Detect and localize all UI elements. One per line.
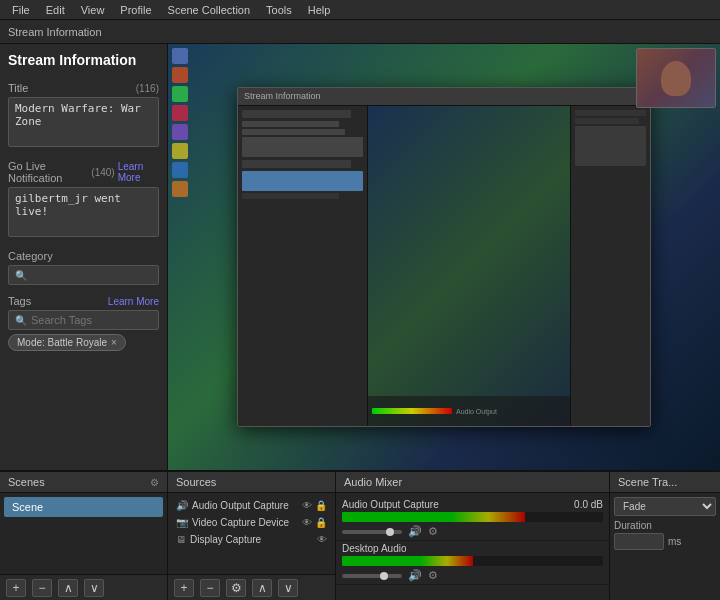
sources-panel-footer: + − ⚙ ∧ ∨ <box>168 574 335 600</box>
title-field-container: Title (116) Modern Warfare: War Zone <box>8 82 159 150</box>
audio-bar-desktop-container <box>342 556 603 566</box>
go-live-field-container: Go Live Notification (140) Learn More gi… <box>8 160 159 240</box>
toolbar: Stream Information <box>0 20 720 44</box>
tags-search-input[interactable] <box>31 314 152 326</box>
category-search-icon: 🔍 <box>15 270 27 281</box>
scenes-add-button[interactable]: + <box>6 579 26 597</box>
audio-vol-thumb-output <box>386 528 394 536</box>
title-input[interactable]: Modern Warfare: War Zone <box>8 97 159 147</box>
audio-vol-slider-desktop[interactable] <box>342 574 402 578</box>
sources-panel: Sources 🔊 Audio Output Capture 👁 🔒 📷 Vid… <box>168 472 336 600</box>
toolbar-title: Stream Information <box>8 26 102 38</box>
source-eye-icon[interactable]: 👁 <box>302 500 312 511</box>
source-lock-icon[interactable]: 🔒 <box>315 500 327 511</box>
audio-mute-icon-output[interactable]: 🔊 <box>408 525 422 538</box>
scenes-up-button[interactable]: ∧ <box>58 579 78 597</box>
scene-item-scene[interactable]: Scene <box>4 497 163 517</box>
nested-title: Stream Information <box>244 91 321 101</box>
preview-canvas: Stream Information <box>168 44 720 470</box>
source-display-icon: 🖥 <box>176 534 186 545</box>
nested-right-panel <box>570 106 650 427</box>
menu-file[interactable]: File <box>4 0 38 19</box>
nested-titlebar: Stream Information <box>238 88 650 106</box>
nested-left-panel <box>238 106 368 427</box>
audio-mixer-header: Audio Mixer <box>336 472 609 493</box>
audio-bar-desktop <box>342 556 473 566</box>
scenes-remove-button[interactable]: − <box>32 579 52 597</box>
source-audio-icon: 🔊 <box>176 500 188 511</box>
menu-tools[interactable]: Tools <box>258 0 300 19</box>
trans-duration-input[interactable]: 30 <box>614 533 664 550</box>
nested-inner: Audio Output <box>238 106 650 427</box>
sources-up-button[interactable]: ∧ <box>252 579 272 597</box>
source-video-label: Video Capture Device <box>192 517 289 528</box>
source-display-eye-icon[interactable]: 👁 <box>317 534 327 545</box>
menu-scene-collection[interactable]: Scene Collection <box>160 0 259 19</box>
category-input[interactable]: Call of Duty: Moder <box>31 269 152 281</box>
tags-field-container: Tags Learn More 🔍 Mode: Battle Royale × <box>8 295 159 351</box>
tags-search-icon: 🔍 <box>15 315 27 326</box>
menu-help[interactable]: Help <box>300 0 339 19</box>
scenes-panel-title: Scenes <box>8 476 45 488</box>
scene-trans-type-select[interactable]: Fade <box>614 497 716 516</box>
scenes-panel-footer: + − ∧ ∨ <box>0 574 167 600</box>
source-video-eye-icon[interactable]: 👁 <box>302 517 312 528</box>
audio-settings-icon-desktop[interactable]: ⚙ <box>428 569 438 582</box>
preview-content: Stream Information <box>168 44 720 470</box>
menu-profile[interactable]: Profile <box>112 0 159 19</box>
sources-panel-header: Sources <box>168 472 335 493</box>
audio-track-output-db: 0.0 dB <box>568 499 603 510</box>
audio-track-output-name: Audio Output Capture <box>342 499 462 510</box>
source-item-audio-output[interactable]: 🔊 Audio Output Capture 👁 🔒 <box>172 497 331 514</box>
stream-info-panel: Stream Information Title (116) Modern Wa… <box>0 44 168 470</box>
audio-mixer-panel: Audio Mixer Audio Output Capture 0.0 dB <box>336 472 610 600</box>
audio-track-desktop-name: Desktop Audio <box>342 543 462 554</box>
scenes-panel-icon[interactable]: ⚙ <box>150 477 159 488</box>
audio-settings-icon-output[interactable]: ⚙ <box>428 525 438 538</box>
audio-bar-output <box>342 512 525 522</box>
sources-settings-button[interactable]: ⚙ <box>226 579 246 597</box>
sources-remove-button[interactable]: − <box>200 579 220 597</box>
scenes-panel-header: Scenes ⚙ <box>0 472 167 493</box>
tag-remove-icon[interactable]: × <box>111 337 117 348</box>
audio-track-desktop-db <box>568 543 603 554</box>
source-video-icon: 📷 <box>176 517 188 528</box>
audio-vol-thumb-desktop <box>380 572 388 580</box>
bottom-area: Scenes ⚙ Scene + − ∧ ∨ Sources 🔊 Audio O… <box>0 470 720 600</box>
tags-search-wrap[interactable]: 🔍 <box>8 310 159 330</box>
audio-mixer-content: Audio Output Capture 0.0 dB 🔊 ⚙ <box>336 493 609 600</box>
webcam-overlay <box>636 48 716 108</box>
source-audio-controls: 👁 🔒 <box>302 500 327 511</box>
sources-panel-content: 🔊 Audio Output Capture 👁 🔒 📷 Video Captu… <box>168 493 335 574</box>
scenes-panel-content: Scene <box>0 493 167 574</box>
title-char-count: (116) <box>136 83 159 94</box>
source-item-video-capture[interactable]: 📷 Video Capture Device 👁 🔒 <box>172 514 331 531</box>
title-label: Title <box>8 82 28 94</box>
source-video-controls: 👁 🔒 <box>302 517 327 528</box>
source-video-lock-icon[interactable]: 🔒 <box>315 517 327 528</box>
audio-mute-icon-desktop[interactable]: 🔊 <box>408 569 422 582</box>
trans-duration-unit: ms <box>668 536 681 547</box>
category-field-container: Category 🔍 Call of Duty: Moder <box>8 250 159 285</box>
scene-transition-panel: Scene Tra... Fade Duration 30 ms <box>610 472 720 600</box>
tags-learn-more-link[interactable]: Learn More <box>108 296 159 307</box>
scene-trans-header: Scene Tra... <box>610 472 720 493</box>
source-item-display-capture[interactable]: 🖥 Display Capture 👁 <box>172 531 331 548</box>
category-search-wrap[interactable]: 🔍 Call of Duty: Moder <box>8 265 159 285</box>
menu-view[interactable]: View <box>73 0 113 19</box>
menu-edit[interactable]: Edit <box>38 0 73 19</box>
learn-more-link[interactable]: Learn More <box>118 161 159 183</box>
sources-add-button[interactable]: + <box>174 579 194 597</box>
go-live-label: Go Live Notification <box>8 160 91 184</box>
go-live-input[interactable]: gilbertm_jr went live! <box>8 187 159 237</box>
audio-vol-slider-output[interactable] <box>342 530 402 534</box>
preview-area: Stream Information <box>168 44 720 470</box>
sources-down-button[interactable]: ∨ <box>278 579 298 597</box>
scenes-panel: Scenes ⚙ Scene + − ∧ ∨ <box>0 472 168 600</box>
tag-badge-battle-royale: Mode: Battle Royale × <box>8 334 126 351</box>
nested-obs-window: Stream Information <box>237 87 651 428</box>
scenes-down-button[interactable]: ∨ <box>84 579 104 597</box>
nested-main-preview: Audio Output <box>368 106 570 427</box>
trans-duration-label: Duration <box>614 520 716 531</box>
sources-panel-title: Sources <box>176 476 216 488</box>
